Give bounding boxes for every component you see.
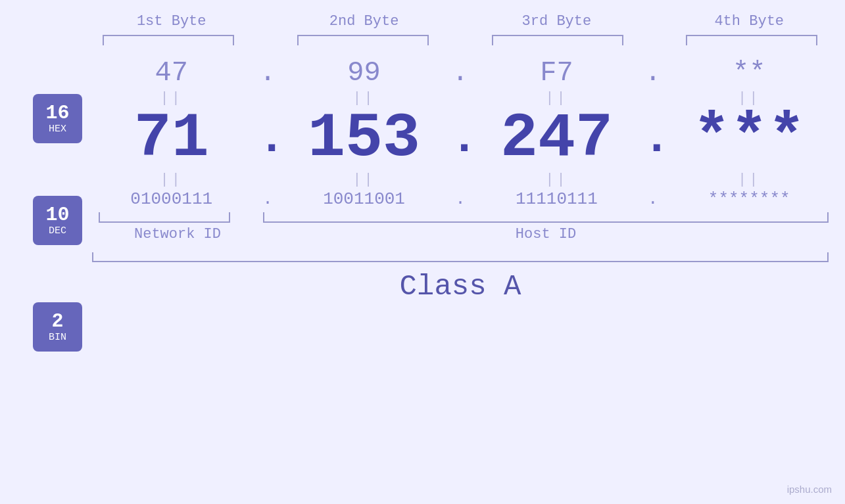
- dec-val-2: 153: [292, 108, 437, 170]
- eq2-4: ||: [677, 172, 821, 188]
- dot-hex-3: .: [643, 57, 663, 89]
- byte-label-1: 1st Byte: [99, 13, 244, 30]
- badge-dec: 10 DEC: [33, 196, 82, 245]
- eq2-1: ||: [99, 172, 244, 188]
- dot-bin-2: .: [450, 189, 470, 209]
- badge-hex-label: HEX: [49, 124, 66, 135]
- dot-bin-3: .: [643, 189, 663, 209]
- badge-bin-label: BIN: [49, 332, 66, 344]
- hex-val-4: **: [677, 57, 821, 89]
- byte-label-4: 4th Byte: [677, 13, 821, 30]
- badge-hex-num: 16: [45, 103, 69, 124]
- byte-label-2: 2nd Byte: [292, 13, 437, 30]
- host-bracket: [263, 212, 829, 223]
- dot-bin-1: .: [258, 189, 278, 209]
- eq2-2: ||: [292, 172, 437, 188]
- dec-val-1: 71: [99, 108, 244, 170]
- full-bracket: [92, 252, 829, 262]
- dot-hex-2: .: [450, 57, 470, 89]
- badge-bin: 2 BIN: [33, 302, 82, 352]
- bin-val-3: 11110111: [484, 189, 629, 209]
- bin-val-1: 01000111: [99, 189, 244, 209]
- network-id-label: Network ID: [92, 226, 263, 242]
- bin-val-2: 10011001: [292, 189, 437, 209]
- dot-dec-2: .: [450, 113, 470, 165]
- hex-val-2: 99: [292, 57, 437, 89]
- hex-val-1: 47: [99, 57, 244, 89]
- top-bracket-2: [297, 35, 429, 45]
- bin-val-4: ********: [677, 189, 821, 209]
- badge-dec-label: DEC: [49, 226, 66, 237]
- top-bracket-1: [103, 35, 234, 45]
- eq2-3: ||: [484, 172, 629, 188]
- host-id-label: Host ID: [263, 226, 829, 242]
- dot-dec-1: .: [258, 113, 278, 165]
- badge-dec-num: 10: [45, 204, 69, 226]
- byte-label-3: 3rd Byte: [484, 13, 629, 30]
- class-label: Class A: [92, 270, 829, 303]
- watermark: ipshu.com: [787, 484, 832, 495]
- network-bracket: [99, 212, 230, 223]
- hex-val-3: F7: [484, 57, 629, 89]
- badge-hex: 16 HEX: [33, 94, 82, 143]
- dot-hex-1: .: [258, 57, 278, 89]
- dot-dec-3: .: [643, 113, 663, 165]
- top-bracket-3: [492, 35, 623, 45]
- dec-val-3: 247: [484, 108, 629, 170]
- top-bracket-4: [686, 35, 817, 45]
- dec-val-4: ***: [677, 108, 821, 170]
- main-layout: 16 HEX 10 DEC 2 BIN 1st Byte 2nd Byte 3r…: [0, 0, 845, 504]
- badge-bin-num: 2: [51, 311, 63, 332]
